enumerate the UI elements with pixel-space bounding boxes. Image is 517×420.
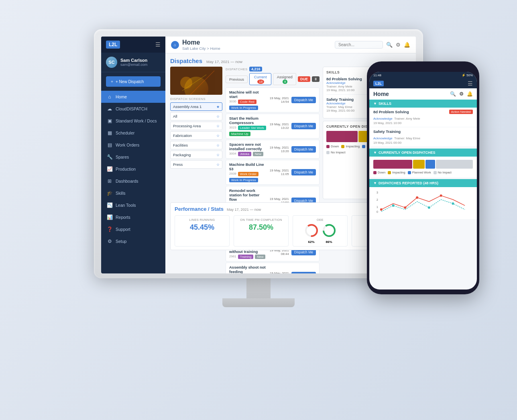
sidebar-item-skills[interactable]: 🎓 Skills	[101, 187, 165, 199]
home-icon: ⌂	[107, 94, 112, 100]
support-icon: ❓	[107, 226, 112, 232]
perf-title: Performance / Stats	[175, 206, 224, 212]
phone-bar-impacting	[413, 160, 425, 169]
tab-assigned-label: Assigned	[277, 75, 293, 79]
sidebar-item-home[interactable]: ⌂ Home	[101, 91, 165, 103]
screen-processing[interactable]: Processing Area ☆	[170, 122, 222, 130]
phone-skills-header[interactable]: ▼ SKILLS	[369, 100, 477, 108]
sidebar-item-setup[interactable]: ⚙ Setup	[101, 235, 165, 247]
phone-skill-link[interactable]: Acknowledge	[373, 117, 393, 120]
dispatch-item-info: Machine will not start 3030 Code Red Wor…	[229, 90, 267, 110]
screen-facilities[interactable]: Facilities ☆	[170, 141, 222, 149]
chart-icon: 📈	[107, 166, 112, 172]
star-icon: ☆	[216, 134, 220, 138]
dispatches-reported-chart: 3 2 1 0 Sat 12:00 Sat 12:00 Sat 1	[373, 190, 473, 214]
stat-value: 45.45%	[177, 223, 227, 232]
phone-skill-name: Safety Training	[373, 129, 473, 134]
skill-name: Safety Training	[326, 97, 354, 102]
stat-value: 87.50%	[236, 223, 286, 232]
sidebar-item-support[interactable]: ❓ Support	[101, 223, 165, 235]
phone-open-dispatches-section: ▼ CURRENTLY OPEN DISPATCHES	[369, 149, 477, 177]
star-icon: ☆	[216, 114, 220, 118]
due-button[interactable]: DUE	[298, 76, 310, 82]
screen-fabrication[interactable]: Fabrication ☆	[170, 131, 222, 140]
search-icon[interactable]: 🔍	[386, 42, 393, 48]
dispatch-item: Spacers were not installed correctly 300…	[226, 140, 320, 159]
legend-impacting: Impacting	[341, 145, 360, 148]
screen-all[interactable]: All ☆	[170, 112, 222, 120]
phone-search-icon[interactable]: 🔍	[450, 91, 456, 97]
new-dispatch-button[interactable]: ＋ + New Dispatch	[106, 76, 161, 87]
phone-skills-label: SKILLS	[379, 102, 391, 106]
sidebar-item-reports[interactable]: 📊 Reports	[101, 211, 165, 223]
sidebar-item-dashboards[interactable]: ⊞ Dashboards	[101, 175, 165, 187]
stat-lines-running: LINES RUNNING 45.45%	[175, 215, 230, 247]
sidebar-item-clouddispatch[interactable]: ☁ CloudDISPATCH	[101, 103, 165, 115]
sidebar-item-spares[interactable]: 🔧 Spares	[101, 151, 165, 163]
dispatch-me-button[interactable]: Dispatch Me	[291, 146, 316, 153]
dispatch-time: 19 May, 2021 13:20	[270, 146, 289, 153]
dispatch-time: 19 May, 2021 07:45	[270, 271, 289, 273]
dispatch-me-button[interactable]: Dispatch Me	[291, 123, 316, 129]
svg-point-17	[404, 206, 406, 209]
phone-bar-chart	[373, 160, 473, 169]
phone-dispatches-reported-section: ▼ DISPATCHES REPORTED (48 HRS) 3 2 1 0 S…	[369, 179, 477, 219]
settings-icon[interactable]: ⚙	[396, 42, 401, 48]
sidebar-item-lean-tools[interactable]: 📉 Lean Tools	[101, 199, 165, 211]
sidebar-item-standard-work[interactable]: ▣ Standard Work / Docs	[101, 115, 165, 127]
star-icon: ☆	[216, 153, 220, 157]
sidebar-item-scheduler[interactable]: ▦ Scheduler	[101, 127, 165, 139]
screen-packaging[interactable]: Packaging ☆	[170, 151, 222, 159]
bar-down	[326, 131, 358, 142]
tab-current-label: Current	[254, 75, 267, 79]
current-badge: 18	[257, 80, 264, 84]
phone-legend-dot-no-impact	[434, 171, 437, 174]
tab-assigned[interactable]: Assigned 8	[273, 73, 296, 85]
star-icon: ☆	[216, 163, 220, 167]
phone-bell-icon[interactable]: 🔔	[467, 91, 473, 97]
sidebar-item-label: CloudDISPATCH	[116, 106, 147, 111]
dispatch-list-wrap: DISPATCHES 4,216 Previous Current 18	[226, 67, 320, 199]
hamburger-icon[interactable]: ☰	[155, 41, 161, 48]
screens-label: DISPATCH SCREENS	[170, 97, 222, 101]
clipboard-icon: ▤	[107, 142, 112, 148]
phone-dispatches-reported-label: DISPATCHES REPORTED (48 HRS)	[379, 181, 438, 185]
sidebar-item-production[interactable]: 📈 Production	[101, 163, 165, 175]
oee-circle-1: 62%	[304, 223, 319, 244]
dispatches-date: May 17, 2021 — now	[206, 59, 242, 64]
stat-label: ON TIME PM COMPLETION	[236, 218, 286, 222]
phone-skill-item: Safety Training Acknowledge Trainer: May…	[369, 127, 477, 147]
dispatch-me-button[interactable]: Dispatch Me	[291, 272, 316, 273]
dispatch-me-button[interactable]: Dispatch Me	[291, 97, 316, 103]
search-input[interactable]	[335, 41, 383, 49]
sidebar-item-work-orders[interactable]: ▤ Work Orders	[101, 139, 165, 151]
tab-previous[interactable]: Previous	[226, 75, 248, 83]
phone-open-dispatches-header[interactable]: ▼ CURRENTLY OPEN DISPATCHES	[369, 149, 477, 157]
bell-icon[interactable]: 🔔	[404, 42, 410, 48]
svg-text:2: 2	[377, 198, 378, 201]
dispatch-me-button[interactable]: Dispatch Me	[291, 169, 316, 175]
oee-circles: 62% 86%	[295, 223, 345, 244]
home-nav-icon: ⌂	[174, 43, 176, 47]
dispatch-item: Machine will not start 3030 Code Red Wor…	[226, 88, 320, 112]
phone-hamburger-icon[interactable]: ☰	[468, 80, 473, 87]
monitor-neck	[246, 278, 271, 298]
dispatch-id: 2939	[229, 172, 236, 176]
sidebar-item-label: Work Orders	[116, 143, 139, 147]
new-dispatch-label: + New Dispatch	[116, 80, 144, 84]
sidebar-item-label: Standard Work / Docs	[116, 118, 157, 123]
tag: Training	[238, 255, 254, 259]
tab-current[interactable]: Current 18	[249, 73, 271, 85]
screen-assembly-1[interactable]: Assembly Area 1 ★	[170, 102, 222, 111]
phone-skill-link[interactable]: Acknowledge	[373, 137, 393, 140]
tag: Machine Up	[229, 132, 250, 136]
phone-dispatches-reported-header[interactable]: ▼ DISPATCHES REPORTED (48 HRS)	[369, 179, 477, 187]
oee-gauge-1	[304, 223, 319, 238]
breadcrumb: Salt Lake City > Home	[182, 46, 220, 51]
org-image: ORGANIZATION ✦	[170, 67, 222, 95]
sidebar-item-label: Dashboards	[116, 179, 138, 183]
pause-button[interactable]: ⏸	[312, 76, 320, 82]
screen-press[interactable]: Press ☆	[170, 160, 222, 169]
screen-label: Fabrication	[173, 133, 192, 138]
phone-settings-icon[interactable]: ⚙	[459, 91, 464, 97]
